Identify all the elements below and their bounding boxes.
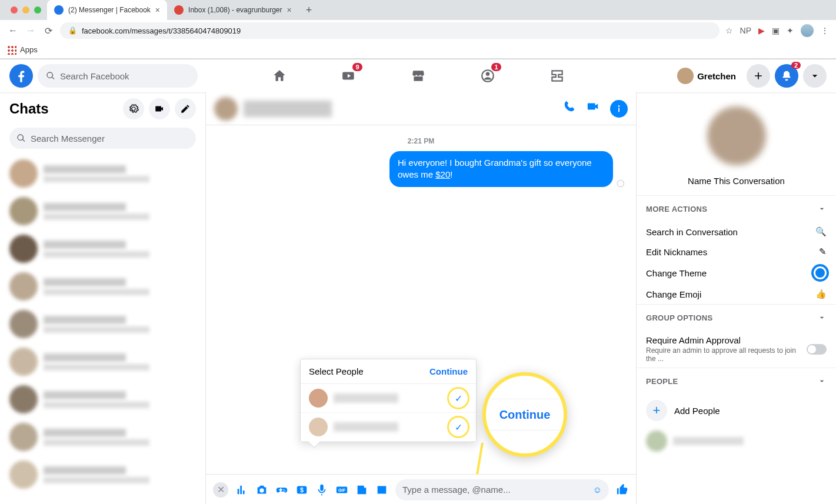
close-window-icon[interactable] xyxy=(11,6,18,14)
change-emoji[interactable]: Change Emoji 👍 xyxy=(637,284,836,304)
thread-title[interactable] xyxy=(244,101,332,117)
window-controls[interactable] xyxy=(5,6,47,14)
star-icon[interactable]: ☆ xyxy=(725,26,733,35)
extension-np-icon[interactable]: NP xyxy=(740,26,751,35)
thread-avatar[interactable] xyxy=(214,97,238,121)
profile-avatar-icon[interactable] xyxy=(801,24,814,37)
list-item[interactable] xyxy=(5,343,201,380)
facebook-logo-icon[interactable] xyxy=(9,64,33,88)
nav-marketplace[interactable] xyxy=(386,62,451,90)
message-input[interactable]: Type a message, @name... ☺ xyxy=(395,479,609,500)
chevron-down-icon xyxy=(817,376,827,386)
nav-home[interactable] xyxy=(247,62,312,90)
search-placeholder: Search Facebook xyxy=(60,71,129,81)
list-item[interactable] xyxy=(5,456,201,493)
extensions-menu-icon[interactable]: ✦ xyxy=(787,26,794,35)
thread-info-icon[interactable] xyxy=(610,100,628,118)
forward-icon[interactable]: → xyxy=(25,25,36,36)
change-theme[interactable]: Change Theme xyxy=(637,262,836,284)
create-button[interactable] xyxy=(747,64,770,88)
thread-header xyxy=(206,92,636,125)
account-menu-button[interactable] xyxy=(803,64,827,88)
apps-label[interactable]: Apps xyxy=(20,45,38,54)
list-item[interactable] xyxy=(5,305,201,343)
tab-bar: (2) Messenger | Facebook × Inbox (1,008)… xyxy=(0,0,836,20)
games-icon[interactable] xyxy=(275,483,288,496)
close-tab-icon[interactable]: × xyxy=(287,5,291,15)
new-tab-button[interactable]: + xyxy=(299,4,319,16)
avatar xyxy=(677,68,694,84)
details-header: Name This Conversation xyxy=(637,92,836,195)
microphone-icon[interactable] xyxy=(315,483,328,496)
poll-icon[interactable] xyxy=(235,483,248,496)
notifications-button[interactable]: 2 xyxy=(775,64,798,88)
continue-button[interactable]: Continue xyxy=(429,366,468,376)
person-row[interactable]: ✓ xyxy=(301,384,476,413)
tutorial-callout: Continue xyxy=(482,372,567,457)
payment-icon[interactable]: $ xyxy=(295,483,308,496)
section-people[interactable]: PEOPLE xyxy=(637,368,836,394)
conversation-list[interactable] xyxy=(0,155,205,504)
search-facebook-input[interactable]: Search Facebook xyxy=(38,64,198,88)
list-item[interactable] xyxy=(5,418,201,456)
search-icon xyxy=(16,133,26,143)
money-link[interactable]: $20 xyxy=(435,169,450,179)
message-timestamp: 2:21 PM xyxy=(218,137,624,145)
toggle-switch[interactable] xyxy=(807,344,827,355)
browser-tab-gmail[interactable]: Inbox (1,008) - evagrunburger × xyxy=(167,0,299,20)
url-text: facebook.com/messages/t/3385640474809019 xyxy=(82,26,241,35)
profile-chip[interactable]: Gretchen xyxy=(675,65,742,86)
checkmark-icon[interactable]: ✓ xyxy=(449,418,468,436)
checkmark-icon[interactable]: ✓ xyxy=(449,389,468,408)
list-item[interactable] xyxy=(5,268,201,305)
back-icon[interactable]: ← xyxy=(7,25,19,36)
like-icon[interactable] xyxy=(616,483,629,496)
camera-icon[interactable] xyxy=(255,483,268,496)
emoji-picker-icon[interactable]: ☺ xyxy=(593,485,602,495)
name-conversation-button[interactable]: Name This Conversation xyxy=(646,176,827,186)
audio-call-icon[interactable] xyxy=(563,100,576,118)
maximize-window-icon[interactable] xyxy=(34,6,41,14)
extension-icon[interactable]: ▣ xyxy=(772,26,780,35)
nav-gaming[interactable] xyxy=(525,62,589,90)
video-call-icon[interactable] xyxy=(587,100,599,118)
group-avatar[interactable] xyxy=(707,106,766,165)
tab-title: (2) Messenger | Facebook xyxy=(68,6,151,14)
conversation-details-panel: Name This Conversation MORE ACTIONS Sear… xyxy=(636,92,836,504)
add-people-button[interactable]: + Add People xyxy=(637,394,836,427)
url-field[interactable]: 🔒 facebook.com/messages/t/33856404748090… xyxy=(60,22,720,39)
message-bubble[interactable]: Hi everyone! I bought Grandma's gift so … xyxy=(389,151,613,187)
browser-tab-messenger[interactable]: (2) Messenger | Facebook × xyxy=(47,0,167,20)
search-in-conversation[interactable]: Search in Conversation 🔍 xyxy=(637,222,836,242)
require-admin-approval[interactable]: Require Admin Approval Require an admin … xyxy=(637,331,836,368)
apps-grid-icon[interactable] xyxy=(7,45,16,55)
browser-menu-icon[interactable]: ⋮ xyxy=(821,26,829,35)
section-more-actions[interactable]: MORE ACTIONS xyxy=(637,195,836,222)
close-tab-icon[interactable]: × xyxy=(155,5,160,15)
person-row[interactable]: ✓ xyxy=(301,413,476,442)
list-item[interactable] xyxy=(5,155,201,192)
section-group-options[interactable]: GROUP OPTIONS xyxy=(637,304,836,331)
sticker-icon[interactable] xyxy=(355,483,368,496)
gif-icon[interactable]: GIF xyxy=(335,483,348,496)
nav-watch[interactable]: 9 xyxy=(317,62,381,90)
extension-icon[interactable]: ▶ xyxy=(758,26,765,35)
nav-groups[interactable]: 1 xyxy=(455,62,520,90)
minimize-window-icon[interactable] xyxy=(22,6,29,14)
main: Chats Search Messenger xyxy=(0,92,836,504)
chevron-down-icon xyxy=(817,204,827,213)
close-attachments-icon[interactable]: ✕ xyxy=(213,482,228,498)
search-messenger-input[interactable]: Search Messenger xyxy=(9,128,196,149)
header-right: Gretchen 2 xyxy=(675,64,827,88)
new-video-chat-button[interactable] xyxy=(149,98,170,119)
list-item[interactable] xyxy=(5,230,201,268)
list-item[interactable] xyxy=(5,192,201,230)
compose-message-button[interactable] xyxy=(175,98,196,119)
tab-title: Inbox (1,008) - evagrunburger xyxy=(188,6,282,14)
image-icon[interactable] xyxy=(375,483,388,496)
chat-settings-button[interactable] xyxy=(123,98,144,119)
list-item[interactable] xyxy=(5,380,201,418)
person-row[interactable] xyxy=(637,427,836,455)
reload-icon[interactable]: ⟳ xyxy=(42,25,54,36)
edit-nicknames[interactable]: Edit Nicknames ✎ xyxy=(637,242,836,262)
